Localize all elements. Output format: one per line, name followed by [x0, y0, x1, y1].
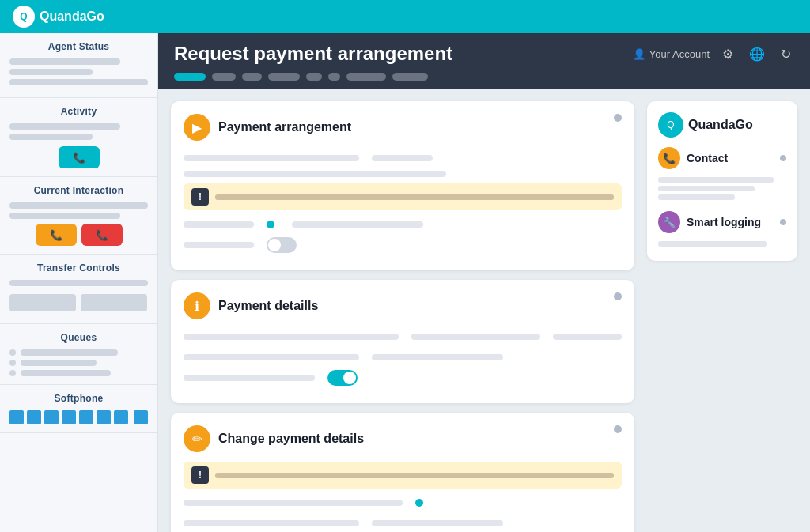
header-bar: Request payment arrangement 👤 Your Accou… — [158, 33, 810, 89]
logo-area: Q QuandaGo — [13, 6, 104, 28]
queue-dot — [9, 360, 16, 366]
card-placeholder — [184, 155, 359, 161]
softphone-key[interactable] — [79, 410, 93, 424]
user-account-area[interactable]: 👤 Your Account — [633, 48, 710, 60]
card-dot — [614, 114, 622, 122]
right-logo: Q QuandaGo — [658, 112, 786, 138]
softphone-key[interactable] — [62, 410, 76, 424]
sidebar-activity-label: Activity — [9, 106, 148, 117]
sidebar-placeholder — [9, 134, 93, 140]
card-placeholder — [372, 354, 503, 360]
softphone-key[interactable] — [9, 410, 24, 424]
user-icon: 👤 — [633, 48, 645, 60]
right-smart-logging-section: 🔧 Smart logging — [658, 211, 786, 247]
main-scroll: ▶ Payment arrangement ! — [158, 89, 810, 532]
sidebar-transfer-controls-label: Transfer Controls — [9, 262, 148, 274]
toggle-switch[interactable] — [267, 237, 297, 253]
sidebar-placeholder — [21, 370, 111, 376]
softphone-key[interactable] — [97, 410, 111, 424]
card-payment-arrangement: ▶ Payment arrangement ! — [171, 101, 634, 270]
softphone-key[interactable] — [114, 410, 128, 424]
top-bar: Q QuandaGo — [0, 0, 810, 33]
sidebar-section-current-interaction: Current Interaction 📞 📞 — [0, 177, 157, 255]
sidebar-placeholder — [81, 294, 147, 311]
content-area: Request payment arrangement 👤 Your Accou… — [158, 33, 810, 532]
card-placeholder — [184, 500, 403, 506]
step-6[interactable] — [328, 73, 340, 81]
radio-dot — [267, 221, 274, 228]
card-placeholder — [184, 354, 359, 360]
sidebar-section-activity: Activity 📞 — [0, 98, 157, 177]
sidebar-placeholder — [9, 294, 76, 311]
sidebar-hold-button[interactable]: 📞 — [36, 224, 77, 246]
step-4[interactable] — [268, 73, 300, 81]
sidebar-section-transfer-controls: Transfer Controls — [0, 255, 157, 324]
card-content-row — [184, 495, 622, 511]
step-7[interactable] — [346, 73, 386, 81]
right-smart-logging: 🔧 Smart logging — [658, 211, 786, 233]
sidebar-placeholder — [9, 69, 93, 75]
card-placeholder — [184, 375, 315, 381]
card-placeholder — [292, 221, 423, 228]
right-contact-section: 📞 Contact — [658, 147, 786, 169]
step-5[interactable] — [306, 73, 322, 81]
card-placeholder — [372, 520, 503, 526]
sidebar-end-button[interactable]: 📞 — [81, 224, 123, 246]
card-icon: ℹ — [184, 292, 210, 319]
sidebar-phone-button[interactable]: 📞 — [59, 146, 100, 168]
settings-button[interactable]: ⚙ — [719, 43, 736, 65]
card-payment-details: ℹ Payment detaills — [171, 280, 634, 403]
sidebar-placeholder — [9, 79, 148, 85]
step-8[interactable] — [392, 73, 428, 81]
card-placeholder — [553, 334, 622, 340]
alert-line — [215, 473, 614, 478]
right-card-quandago: Q QuandaGo 📞 Contact — [647, 101, 797, 261]
card-placeholder — [372, 155, 433, 161]
step-2[interactable] — [212, 73, 236, 81]
card-title: Payment detaills — [218, 299, 318, 313]
sidebar-placeholder — [9, 280, 148, 286]
sidebar-placeholder — [9, 58, 120, 65]
sidebar-placeholder — [21, 360, 97, 366]
sidebar-placeholder — [9, 202, 148, 209]
card-header: ▶ Payment arrangement — [184, 114, 622, 141]
card-icon: ▶ — [184, 114, 210, 141]
card-placeholder — [184, 242, 254, 248]
softphone-key[interactable] — [44, 410, 59, 424]
right-placeholder — [658, 186, 755, 191]
step-3[interactable] — [242, 73, 262, 81]
radio-dot — [415, 499, 423, 507]
right-smart-logging-label: Smart logging — [687, 216, 761, 228]
header-actions: 👤 Your Account ⚙ 🌐 ↻ — [633, 43, 794, 65]
cards-column: ▶ Payment arrangement ! — [171, 101, 634, 519]
sidebar-interaction-buttons: 📞 📞 — [9, 224, 148, 246]
globe-button[interactable]: 🌐 — [746, 43, 768, 65]
logo-text: QuandaGo — [40, 9, 104, 24]
right-dot — [780, 155, 786, 161]
sidebar: Agent Status Activity 📞 Current Interact… — [0, 33, 158, 532]
sidebar-current-interaction-label: Current Interaction — [9, 185, 148, 196]
page-title: Request payment arrangement — [174, 43, 452, 65]
softphone-key[interactable] — [134, 410, 148, 424]
card-content-row — [184, 515, 622, 531]
refresh-button[interactable]: ↻ — [778, 43, 794, 65]
right-panel: Q QuandaGo 📞 Contact — [647, 101, 797, 519]
card-placeholder — [184, 221, 254, 228]
right-placeholder — [658, 194, 735, 200]
card-content-row — [184, 150, 622, 166]
right-contact-label: Contact — [687, 152, 728, 164]
card-change-payment-details: ✏ Change payment details ! — [171, 413, 634, 532]
card-placeholder — [184, 171, 446, 177]
sidebar-section-agent-status: Agent Status — [0, 33, 157, 98]
card-title: Payment arrangement — [218, 120, 351, 134]
step-1[interactable] — [174, 73, 206, 81]
softphone-key[interactable] — [27, 410, 41, 424]
card-content-row — [184, 349, 622, 365]
sidebar-queues-label: Queues — [9, 332, 148, 343]
right-placeholder — [658, 241, 767, 247]
sidebar-placeholder — [21, 349, 118, 356]
card-header: ✏ Change payment details — [184, 425, 622, 452]
toggle-switch[interactable] — [327, 370, 358, 386]
sidebar-agent-status-label: Agent Status — [9, 41, 148, 52]
sidebar-softphone-label: Softphone — [9, 393, 148, 404]
